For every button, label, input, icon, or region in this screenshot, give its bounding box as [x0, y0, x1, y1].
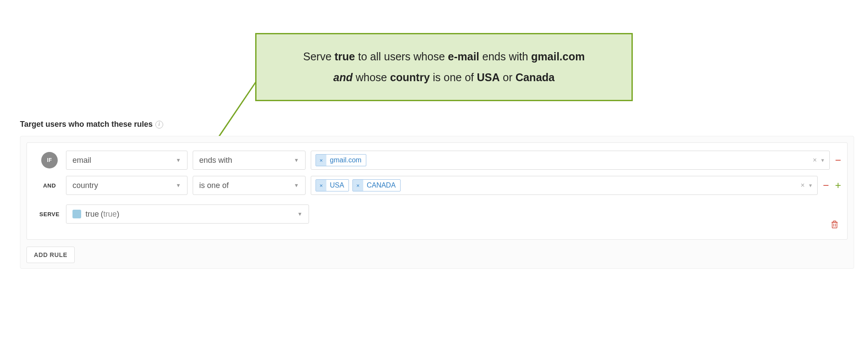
chevron-down-icon: ▼ [294, 182, 299, 188]
serve-variation-value: true [103, 210, 117, 219]
rules-panel: IF email ▼ ends with ▼ × gmail.com × [20, 136, 854, 269]
attribute-value: country [72, 181, 98, 190]
operator-select[interactable]: is one of ▼ [193, 176, 306, 195]
callout-bold-gmail: gmail.com [531, 50, 585, 63]
if-badge: IF [41, 152, 58, 168]
rule-card: IF email ▼ ends with ▼ × gmail.com × [26, 142, 848, 240]
chevron-down-icon: ▼ [297, 211, 302, 217]
value-tag: × USA [316, 179, 349, 191]
callout-bold-country: country [390, 71, 430, 83]
remove-tag-icon[interactable]: × [316, 155, 326, 166]
variation-swatch [72, 210, 81, 218]
callout-text: is one of [430, 71, 477, 83]
value-tag: × gmail.com [316, 154, 366, 166]
remove-tag-icon[interactable]: × [353, 180, 363, 191]
section-title: Target users who match these rules i [20, 120, 854, 129]
remove-clause-icon[interactable]: − [835, 154, 841, 166]
callout-text: ends with [479, 50, 531, 63]
operator-value: ends with [199, 156, 232, 165]
chevron-down-icon: ▼ [176, 182, 181, 188]
tag-label: gmail.com [330, 156, 362, 164]
tag-label: USA [330, 181, 344, 189]
chevron-down-icon: ▼ [294, 157, 299, 163]
callout-text: or [500, 71, 516, 83]
serve-row: SERVE true (true) ▼ [33, 204, 841, 224]
value-tag: × CANADA [352, 179, 401, 191]
clause-row: AND country ▼ is one of ▼ × USA × [33, 176, 841, 195]
callout-and: and [333, 71, 355, 83]
tag-label: CANADA [367, 181, 396, 189]
serve-label: SERVE [39, 211, 59, 218]
callout-bold-true: true [335, 50, 355, 63]
attribute-value: email [72, 156, 91, 165]
and-label: AND [43, 182, 56, 189]
add-clause-icon[interactable]: + [835, 179, 841, 191]
clear-all-icon[interactable]: × [801, 181, 805, 189]
delete-rule-icon[interactable] [831, 220, 838, 231]
callout-bold-email: e-mail [448, 50, 479, 63]
values-input[interactable]: × USA × CANADA × ▼ [311, 176, 818, 195]
serve-variation-label: true [85, 210, 99, 219]
callout-text: whose [355, 71, 390, 83]
attribute-select[interactable]: email ▼ [66, 151, 187, 170]
section-title-text: Target users who match these rules [20, 120, 153, 129]
operator-select[interactable]: ends with ▼ [193, 151, 306, 170]
remove-clause-icon[interactable]: − [823, 179, 829, 191]
callout-bold-usa: USA [477, 71, 500, 83]
serve-variation-select[interactable]: true (true) ▼ [66, 204, 309, 224]
info-icon[interactable]: i [155, 121, 163, 129]
values-input[interactable]: × gmail.com × ▼ [311, 151, 830, 170]
chevron-down-icon: ▼ [176, 157, 181, 163]
svg-rect-1 [832, 222, 837, 228]
remove-tag-icon[interactable]: × [316, 180, 326, 191]
add-rule-button[interactable]: ADD RULE [26, 247, 75, 263]
operator-value: is one of [199, 181, 229, 190]
attribute-select[interactable]: country ▼ [66, 176, 187, 195]
callout-text: Serve [303, 50, 335, 63]
callout-text: to all users whose [355, 50, 448, 63]
clause-row: IF email ▼ ends with ▼ × gmail.com × [33, 151, 841, 170]
clear-all-icon[interactable]: × [813, 156, 817, 164]
annotation-callout: Serve true to all users whose e-mail end… [255, 33, 633, 101]
chevron-down-icon[interactable]: ▼ [808, 183, 813, 188]
callout-bold-canada: Canada [516, 71, 555, 83]
chevron-down-icon[interactable]: ▼ [820, 158, 825, 163]
